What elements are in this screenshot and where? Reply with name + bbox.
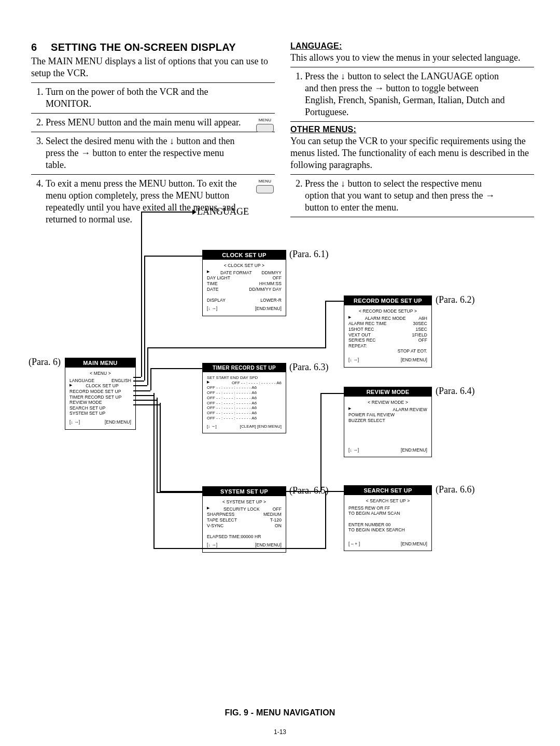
menu-button-icon: MENU: [254, 179, 276, 193]
other-menus-para: You can setup the VCR to your specific r…: [290, 135, 534, 171]
main-menu-para: (Para. 6): [29, 357, 61, 368]
section-number: 6: [31, 41, 40, 53]
divider: [31, 132, 275, 132]
key-icon: [256, 185, 274, 193]
page: 6 SETTING THE ON-SCREEN DISPLAY The MAIN…: [0, 0, 560, 746]
step-1: Turn on the power of both the VCR and th…: [46, 86, 275, 110]
arrow: [173, 212, 193, 213]
system-panel: SYSTEM SET UP < SYSTEM SET UP > SECURITY…: [202, 486, 286, 553]
line: [150, 368, 151, 390]
left-steps-3: Select the desired menu with the ↓ butto…: [31, 135, 275, 171]
divider: [290, 174, 534, 175]
row-clock: CLOCK SET UP: [69, 383, 131, 389]
line: [320, 393, 321, 492]
line: [144, 256, 145, 381]
line: [144, 256, 203, 257]
line: [147, 347, 148, 385]
lang-step-1: Press the ↓ button to select the LANGUAG…: [305, 71, 534, 118]
system-para: (Para. 6.5): [289, 485, 328, 496]
step-2: Press MENU button and the main menu will…: [46, 117, 275, 129]
line: [133, 404, 160, 405]
line: [325, 491, 326, 549]
section-heading: 6 SETTING THE ON-SCREEN DISPLAY: [31, 41, 275, 53]
record-panel: RECORD MODE SET UP < RECORD MODE SETUP >…: [344, 295, 432, 368]
row-timer: TIMER RECORD SET UP: [69, 395, 131, 400]
row-search: SEARCH SET UP: [69, 405, 131, 411]
divider: [31, 82, 275, 83]
row-language: LANGUAGEENGLISH: [69, 378, 131, 384]
left-column: 6 SETTING THE ON-SCREEN DISPLAY The MAIN…: [31, 41, 275, 229]
step-3: Select the desired menu with the ↓ butto…: [46, 135, 275, 171]
line: [157, 398, 158, 492]
left-steps: Turn on the power of both the VCR and th…: [31, 86, 275, 110]
language-heading: LANGUAGE:: [290, 41, 534, 51]
divider: [31, 113, 275, 114]
search-para: (Para. 6.6): [436, 484, 474, 495]
line: [147, 347, 326, 348]
line: [141, 212, 174, 213]
main-menu-panel: MAIN MENU < MENU > LANGUAGEENGLISH CLOCK…: [65, 358, 136, 430]
line: [141, 212, 142, 377]
panel-title: MAIN MENU: [65, 358, 135, 368]
line: [157, 492, 203, 493]
line: [320, 393, 344, 394]
divider: [290, 67, 534, 67]
row-review: REVIEW MODE: [69, 400, 131, 405]
timer-para: (Para. 6.3): [289, 362, 328, 373]
timer-panel: TIMER RECORD SET UP SET START END DAY SP…: [202, 363, 286, 433]
line: [325, 301, 344, 302]
divider: [290, 121, 534, 122]
intro-paragraph: The MAIN MENU displays a list of options…: [31, 55, 275, 79]
clock-panel: CLOCK SET UP < CLOCK SET UP > DATE FORMA…: [202, 250, 286, 316]
row-record: RECORD MODE SET UP: [69, 389, 131, 395]
two-column-body: 6 SETTING THE ON-SCREEN DISPLAY The MAIN…: [31, 41, 534, 229]
key-icon: [256, 124, 274, 132]
review-para: (Para. 6.4): [436, 386, 474, 397]
panel-body: < MENU > LANGUAGEENGLISH CLOCK SET UP RE…: [65, 368, 135, 429]
review-panel: REVIEW MODE < REVIEW MODE > ALARM REVIEW…: [344, 387, 432, 457]
row-system: SYSTEM SET UP: [69, 411, 131, 416]
language-para: This allows you to view the menus in you…: [290, 52, 534, 64]
page-number: 1-13: [0, 728, 560, 736]
lang-steps: Press the ↓ button to select the LANGUAG…: [290, 71, 534, 118]
divider: [31, 174, 275, 175]
line: [133, 395, 153, 396]
line: [153, 393, 155, 548]
line: [150, 368, 203, 369]
section-title-text: SETTING THE ON-SCREEN DISPLAY: [51, 41, 236, 53]
other-menus-heading: OTHER MENUS:: [290, 125, 534, 134]
line: [133, 400, 157, 401]
search-panel: SEARCH SET UP < SEARCH SET UP > PRESS RE…: [344, 485, 432, 551]
menu-navigation-diagram: LANGUAGE (Para. 6): [31, 207, 529, 627]
line: [325, 301, 326, 348]
clock-para: (Para. 6.1): [289, 249, 328, 260]
figure-caption: FIG. 9 - MENU NAVIGATION: [0, 708, 560, 717]
line: [160, 403, 161, 491]
menu-button-icon: MENU: [254, 118, 276, 132]
record-para: (Para. 6.2): [436, 294, 474, 305]
panel-footer: [↓ →][END:MENU]: [69, 419, 131, 425]
language-label: LANGUAGE: [197, 206, 249, 217]
left-steps-2: Press MENU button and the main menu will…: [31, 117, 275, 129]
right-column: LANGUAGE: This allows you to view the me…: [290, 41, 534, 229]
